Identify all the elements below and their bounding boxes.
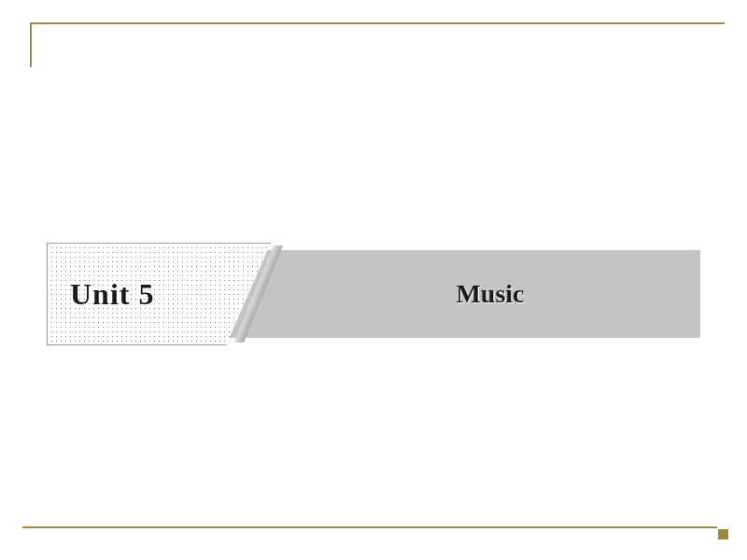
title-banner: Music Unit 5: [47, 243, 700, 345]
bottom-border: [22, 526, 717, 528]
unit-label: Unit 5: [70, 277, 154, 312]
topic-bar: Music: [224, 250, 700, 338]
corner-square-icon: [718, 529, 728, 539]
top-border-vertical: [30, 22, 32, 67]
topic-title: Music: [456, 279, 524, 309]
top-border-horizontal: [30, 22, 725, 24]
